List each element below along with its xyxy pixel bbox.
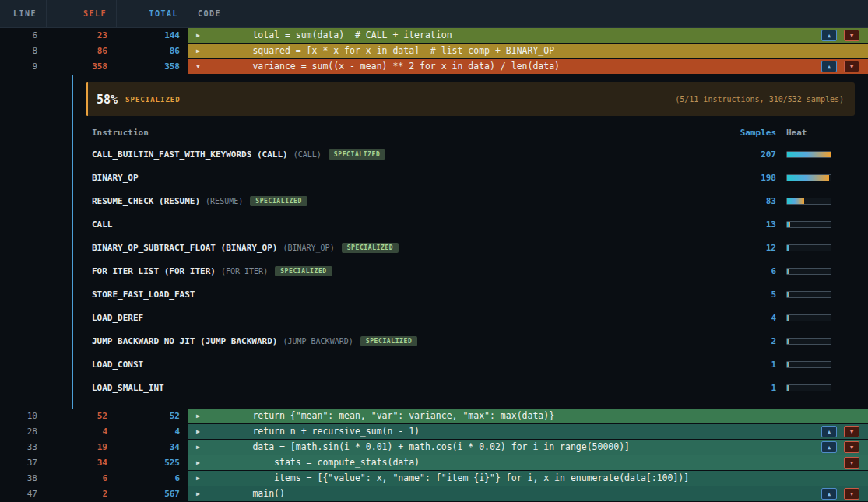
jump-up-button[interactable]: ▲ [821,30,837,41]
heat-column-label: Heat [786,128,831,138]
specialized-badge: SPECIALIZED [342,243,399,253]
total-samples: 52 [117,409,188,423]
line-number: 10 [0,409,47,423]
total-samples: 358 [117,59,188,74]
expand-toggle-icon[interactable]: ▶ [196,455,209,470]
instruction-name: BINARY_OP_SUBTRACT_FLOAT (BINARY_OP) [92,243,277,253]
instruction-name: JUMP_BACKWARD_NO_JIT (JUMP_BACKWARD) [92,336,277,346]
code-row: 8 86 86 ▶ squared = [x * x for x in data… [0,44,868,59]
instruction-row: JUMP_BACKWARD_NO_JIT (JUMP_BACKWARD) (JU… [86,329,855,353]
instruction-samples: 5 [733,290,776,300]
specialized-badge: SPECIALIZED [250,196,307,206]
expand-toggle-icon[interactable]: ▶ [196,471,209,486]
instruction-row: STORE_FAST_LOAD_FAST 5 [86,283,855,306]
code-row: 38 6 6 ▶ items = [{"value": x, "name": f… [0,471,868,486]
heat-bar-fill [787,198,804,204]
heat-bar-fill [787,362,789,367]
base-opcode: (JUMP_BACKWARD) [283,337,353,346]
heat-bar-track [786,174,831,181]
column-header-line: LINE [0,0,47,27]
code-row: 10 52 52 ▶ return {"mean": mean, "var": … [0,409,868,424]
code-heat-cell[interactable]: ▶ items = [{"value": x, "name": f"item_{… [188,471,868,486]
instruction-row: LOAD_SMALL_INT 1 [86,376,855,399]
total-samples: 4 [117,424,188,439]
line-number: 6 [0,28,47,43]
source-code: data = [math.sin(i * 0.01) + math.cos(i … [209,440,630,455]
self-samples: 86 [47,44,117,58]
jump-up-button[interactable]: ▲ [821,488,837,500]
specialized-percent: 58% [97,93,118,107]
source-code: squared = [x * x for x in data] # list c… [209,44,554,58]
line-number: 9 [0,59,47,74]
column-header-row: LINE SELF TOTAL CODE [0,0,868,28]
code-rows-bottom: 10 52 52 ▶ return {"mean": mean, "var": … [0,409,868,502]
heat-bar-fill [787,245,789,251]
expand-toggle-icon[interactable]: ▼ [196,59,209,74]
jump-down-button[interactable]: ▼ [844,441,859,453]
total-samples: 86 [117,44,188,58]
self-samples: 34 [47,455,117,470]
jump-up-button[interactable]: ▲ [821,61,837,72]
expand-toggle-icon[interactable]: ▶ [196,409,209,423]
instruction-row: LOAD_DEREF 4 [86,306,855,329]
code-row: 37 34 525 ▶ stats = compute_stats(data) … [0,455,868,471]
code-heat-cell[interactable]: ▶ total = sum(data) # CALL + iteration ▲… [188,28,868,43]
expand-toggle-icon[interactable]: ▶ [196,28,209,43]
expand-toggle-icon[interactable]: ▶ [196,44,209,58]
instruction-samples: 13 [733,219,776,230]
source-code: return {"mean": mean, "var": variance, "… [209,409,554,423]
base-opcode: (FOR_ITER) [221,267,268,276]
code-heat-cell[interactable]: ▶ squared = [x * x for x in data] # list… [188,44,868,58]
code-heat-cell[interactable]: ▼ variance = sum((x - mean) ** 2 for x i… [188,59,868,74]
base-opcode: (CALL) [293,150,322,159]
line-number: 28 [0,424,47,439]
total-samples: 567 [117,486,188,501]
jump-down-button[interactable]: ▼ [844,61,859,72]
code-heat-cell[interactable]: ▶ main() ▲ ▼ [188,486,868,501]
instruction-samples: 2 [733,336,776,346]
line-number: 47 [0,486,47,501]
self-samples: 4 [47,424,117,439]
jump-up-button[interactable]: ▲ [821,426,837,437]
expand-toggle-icon[interactable]: ▶ [196,440,209,455]
heat-bar-track [786,268,831,275]
expand-toggle-icon[interactable]: ▶ [196,424,209,439]
heat-bar-track [786,314,831,321]
code-row: 47 2 567 ▶ main() ▲ ▼ [0,486,868,502]
heat-bar-track [786,291,831,298]
line-number: 38 [0,471,47,486]
code-heat-cell[interactable]: ▶ stats = compute_stats(data) ▼ [188,455,868,470]
heat-bar-fill [787,385,789,391]
instruction-samples: 198 [733,173,776,183]
code-heat-cell[interactable]: ▶ return n + recursive_sum(n - 1) ▲ ▼ [188,424,868,439]
self-samples: 23 [47,28,117,43]
jump-up-button[interactable]: ▲ [821,441,837,453]
instruction-row: LOAD_CONST 1 [86,353,855,376]
base-opcode: (RESUME) [206,197,243,205]
code-rows-top: 6 23 144 ▶ total = sum(data) # CALL + it… [0,28,868,75]
instruction-name: LOAD_SMALL_INT [92,383,164,393]
expand-toggle-icon[interactable]: ▶ [196,486,209,501]
jump-down-button[interactable]: ▼ [844,30,859,41]
instruction-column-label: Instruction [92,128,733,138]
jump-down-button[interactable]: ▼ [844,457,859,469]
heat-bar-fill [787,269,789,274]
instruction-samples: 83 [733,196,776,206]
heat-bar-track [786,244,831,251]
profiler-app: LINE SELF TOTAL CODE 6 23 144 ▶ total = … [0,0,868,502]
self-samples: 358 [47,59,117,74]
instruction-table-header: Instruction Samples Heat [86,121,855,142]
jump-down-button[interactable]: ▼ [844,488,859,500]
instruction-samples: 4 [733,313,776,323]
code-heat-cell[interactable]: ▶ data = [math.sin(i * 0.01) + math.cos(… [188,440,868,455]
samples-column-label: Samples [733,128,776,138]
total-samples: 34 [117,440,188,455]
instruction-row: CALL_BUILTIN_FAST_WITH_KEYWORDS (CALL) (… [86,142,855,166]
line-number: 33 [0,440,47,455]
code-heat-cell[interactable]: ▶ return {"mean": mean, "var": variance,… [188,409,868,423]
column-header-self: SELF [47,0,117,27]
heat-bar-track [786,384,831,391]
code-row: 6 23 144 ▶ total = sum(data) # CALL + it… [0,28,868,44]
jump-down-button[interactable]: ▼ [844,426,859,437]
self-samples: 6 [47,471,117,486]
